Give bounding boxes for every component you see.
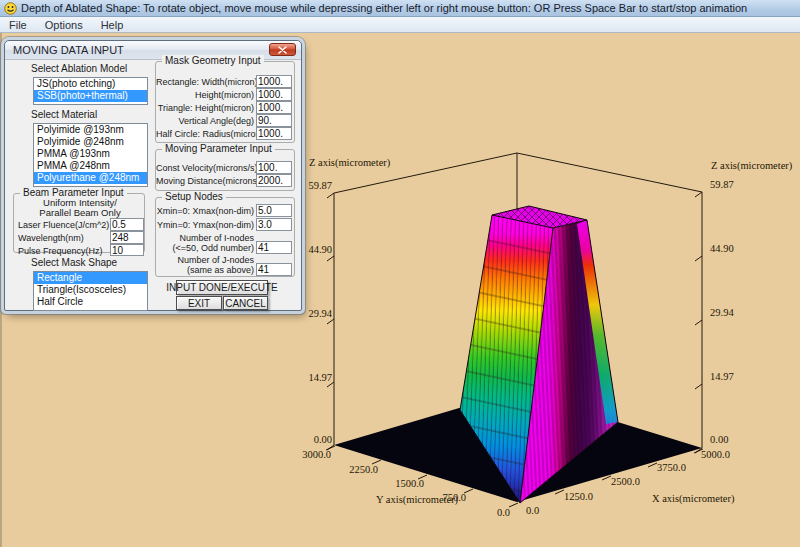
z-axis-title-left: Z axis(micrometer) (309, 157, 391, 169)
y-tick-label: 0.0 (497, 507, 510, 518)
list-item-pmma-248[interactable]: PMMA @248nm (34, 160, 147, 172)
half-circle-radius-field[interactable] (256, 127, 292, 140)
list-item-js[interactable]: JS(photo etching) (34, 78, 147, 90)
z-tick-label: 14.97 (308, 372, 332, 383)
vertical-angle-label: Vertical Angle(deg) (156, 116, 254, 126)
menu-file[interactable]: File (0, 18, 36, 32)
x-tick-label: 3750.0 (657, 462, 686, 473)
const-velocity-label: Const Velocity(microns/s) (156, 163, 254, 173)
triangle-height-field[interactable] (256, 101, 292, 114)
list-item-triangle[interactable]: Triangle(Iscosceles) (34, 284, 147, 296)
mask-geometry-legend: Mask Geometry Input (162, 55, 264, 66)
mask-geometry-groupbox: Mask Geometry Input Rectangle: Width(mic… (155, 61, 295, 143)
cancel-button[interactable]: CANCEL (223, 296, 268, 310)
z-tick-label: 29.94 (308, 308, 332, 319)
moving-data-input-dialog: MOVING DATA INPUT Select Ablation Model … (4, 40, 302, 311)
window-title: Depth of Ablated Shape: To rotate object… (21, 2, 747, 14)
exit-button[interactable]: EXIT (176, 296, 222, 310)
y-tick-label: 2250.0 (349, 464, 378, 475)
z-tick-label: 59.87 (308, 180, 332, 191)
moving-distance-label: Moving Distance(microns) (156, 176, 254, 186)
laser-fluence-label: Laser Fluence(J/cm^2) (18, 220, 109, 230)
wavelength-label: Wavelength(nm) (18, 233, 84, 243)
i-nodes-label-line1: Number of I-nodes (156, 233, 254, 243)
beam-parameter-groupbox: Beam Parameter Input Uniform Intensity/ … (13, 193, 145, 253)
input-done-execute-button[interactable]: INPUT DONE/EXECUTE (176, 280, 268, 295)
triangle-height-label: Triangle: Height(micron) (156, 103, 254, 113)
dialog-close-button[interactable] (269, 43, 296, 56)
list-item-ssb[interactable]: SSB(photo+thermal) (34, 90, 147, 102)
moving-parameter-groupbox: Moving Parameter Input Const Velocity(mi… (155, 149, 295, 191)
mask-shape-listbox: Rectangle Triangle(Iscosceles) Half Circ… (33, 271, 148, 311)
vertical-angle-field[interactable] (256, 114, 292, 127)
list-item-rectangle[interactable]: Rectangle (34, 272, 147, 284)
half-circle-radius-label: Half Circle: Radius(micron) (156, 129, 254, 139)
beam-note-line2: Parallel Beam Only (14, 207, 146, 218)
z-tick-label: 44.90 (710, 243, 734, 254)
menu-help[interactable]: Help (92, 18, 133, 32)
z-tick-label: 14.97 (710, 371, 734, 382)
z-tick-label: 44.90 (308, 244, 332, 255)
x-axis-title: X axis(micrometer) (652, 493, 735, 505)
x-tick-label: 0.0 (526, 505, 539, 516)
rect-width-field[interactable] (256, 75, 292, 88)
z-tick-label: 0.00 (314, 434, 332, 445)
material-listbox: Polyimide @193nm Polyimide @248nm PMMA @… (33, 123, 148, 187)
j-nodes-label-line1: Number of J-nodes (156, 255, 254, 265)
z-tick-label: 59.87 (710, 179, 734, 190)
z-axis-ticks-right (695, 192, 702, 453)
z-tick-label: 29.94 (710, 307, 734, 318)
ablation-model-listbox: JS(photo etching) SSB(photo+thermal) (33, 77, 148, 105)
laser-fluence-field[interactable] (110, 218, 144, 231)
rect-height-field[interactable] (256, 88, 292, 101)
y-tick-label: 3000.0 (302, 449, 331, 460)
ablation-model-label: Select Ablation Model (31, 63, 127, 74)
menu-options[interactable]: Options (36, 18, 92, 32)
ymax-label: Ymin=0: Ymax(non-dim) (156, 220, 254, 230)
j-nodes-field[interactable] (256, 263, 292, 276)
j-nodes-label-line2: (same as above) (156, 265, 254, 275)
const-velocity-field[interactable] (256, 161, 292, 174)
y-axis-title: Y axis(micrometer) (376, 494, 459, 506)
wavelength-field[interactable] (110, 231, 144, 244)
setup-nodes-groupbox: Setup Nodes Xmin=0: Xmax(non-dim) Ymin=0… (155, 197, 295, 277)
moving-parameter-legend: Moving Parameter Input (162, 143, 275, 154)
ymax-field[interactable] (256, 218, 292, 231)
list-item-polyimide-248[interactable]: Polyimide @248nm (34, 136, 147, 148)
xmax-label: Xmin=0: Xmax(non-dim) (156, 206, 254, 216)
window-left-border (0, 33, 2, 547)
list-item-polyurethane-248[interactable]: Polyurethane @248nm (34, 172, 147, 184)
window-titlebar: Depth of Ablated Shape: To rotate object… (0, 0, 800, 17)
pulse-frequency-label: Pulse Frequency(Hz) (18, 246, 103, 256)
i-nodes-label-line2: (<=50, Odd number) (156, 243, 254, 253)
mask-shape-label: Select Mask Shape (31, 257, 117, 268)
list-item-polyimide-193[interactable]: Polyimide @193nm (34, 124, 147, 136)
z-axis-ticks-left (327, 193, 334, 450)
menubar: File Options Help (0, 17, 800, 33)
moving-distance-field[interactable] (256, 174, 292, 187)
list-item-pmma-193[interactable]: PMMA @193nm (34, 148, 147, 160)
rect-width-label: Rectangle: Width(micron) (156, 77, 254, 87)
x-tick-label: 2500.0 (611, 476, 640, 487)
z-tick-label: 0.00 (710, 434, 728, 445)
xmax-field[interactable] (256, 204, 292, 217)
close-icon (278, 46, 287, 54)
dialog-title: MOVING DATA INPUT (13, 44, 124, 56)
smiley-icon (4, 2, 17, 15)
i-nodes-field[interactable] (256, 241, 292, 254)
pulse-frequency-field[interactable] (110, 244, 144, 256)
material-label: Select Material (31, 109, 97, 120)
list-item-half-circle[interactable]: Half Circle (34, 296, 147, 308)
y-tick-label: 1500.0 (395, 478, 424, 489)
x-tick-label: 1250.0 (564, 491, 593, 502)
z-axis-title-right: Z axis(micrometer) (711, 160, 793, 172)
x-tick-label: 5000.0 (701, 449, 730, 460)
setup-nodes-legend: Setup Nodes (162, 191, 226, 202)
rect-height-label: Height(micron) (156, 90, 254, 100)
